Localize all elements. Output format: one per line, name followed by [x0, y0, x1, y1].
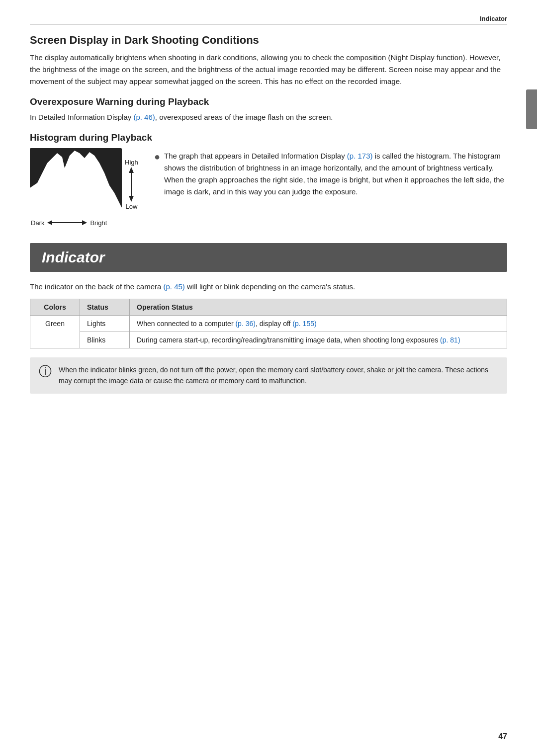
- indicator-header-title: Indicator: [42, 249, 105, 265]
- dark-label: Dark: [31, 219, 44, 227]
- indicator-header-bar: Indicator: [30, 243, 507, 272]
- histogram-link[interactable]: (p. 173): [347, 152, 373, 160]
- histogram-section: High Low Dark: [30, 148, 507, 227]
- indicator-table-body: Green Lights When connected to a compute…: [30, 316, 507, 348]
- cell-status-lights: Lights: [80, 316, 130, 332]
- histogram-left: High Low Dark: [30, 148, 139, 227]
- col-header-operation: Operation Status: [130, 299, 507, 316]
- overexposure-body-text2: , overexposed areas of the image flash o…: [155, 113, 333, 121]
- indicator-table: Colors Status Operation Status Green Lig…: [30, 299, 507, 348]
- indicator-body-link1[interactable]: (p. 45): [163, 282, 184, 291]
- bright-label: Bright: [90, 219, 107, 227]
- cell-op-lights-link2[interactable]: (p. 155): [292, 320, 316, 328]
- indicator-body-text2: will light or blink depending on the cam…: [185, 282, 355, 291]
- indicator-body: The indicator on the back of the camera …: [30, 281, 507, 293]
- indicator-table-header-row: Colors Status Operation Status: [30, 299, 507, 316]
- overexposure-body-text1: In Detailed Information Display: [30, 113, 133, 121]
- indicator-body-text1: The indicator on the back of the camera: [30, 282, 163, 291]
- svg-marker-6: [47, 220, 52, 225]
- cell-op-blinks-link1[interactable]: (p. 81): [440, 336, 460, 344]
- histogram-bullet: ● The graph that appears in Detailed Inf…: [154, 150, 507, 198]
- section-overexposure-title: Overexposure Warning during Playback: [30, 96, 507, 107]
- cell-color-green: Green: [30, 316, 80, 348]
- cell-status-blinks: Blinks: [80, 332, 130, 348]
- svg-marker-7: [82, 220, 87, 225]
- section-histogram-title: Histogram during Playback: [30, 132, 507, 143]
- section-overexposure-body: In Detailed Information Display (p. 46),…: [30, 111, 507, 123]
- cell-op-lights: When connected to a computer (p. 36), di…: [130, 316, 507, 332]
- dark-bright-row: Dark Bright: [30, 218, 107, 227]
- page-header-title: Indicator: [480, 15, 507, 22]
- note-box: ⓘ When the indicator blinks green, do no…: [30, 357, 507, 394]
- cell-op-blinks: During camera start-up, recording/readin…: [130, 332, 507, 348]
- col-header-status: Status: [80, 299, 130, 316]
- horizontal-double-arrow: [47, 218, 87, 227]
- svg-marker-4: [129, 196, 134, 202]
- note-text: When the indicator blinks green, do not …: [59, 364, 498, 387]
- low-label: Low: [125, 203, 137, 210]
- section-dark-shooting: Screen Display in Dark Shooting Conditio…: [30, 34, 507, 87]
- table-row-green-blinks: Blinks During camera start-up, recording…: [30, 332, 507, 348]
- cell-op-lights-text2: , display off: [256, 320, 292, 328]
- histogram-right: ● The graph that appears in Detailed Inf…: [154, 148, 507, 198]
- histogram-diagram: High Low: [30, 148, 138, 214]
- vertical-double-arrow: [126, 167, 137, 202]
- section-dark-shooting-body: The display automatically brightens when…: [30, 52, 507, 87]
- side-tab: [526, 89, 537, 129]
- section-overexposure: Overexposure Warning during Playback In …: [30, 96, 507, 123]
- histogram-arrows: High Low: [125, 155, 138, 214]
- histogram-svg: [30, 148, 122, 213]
- page-number: 47: [498, 732, 507, 741]
- cell-op-blinks-text1: During camera start-up, recording/readin…: [137, 336, 440, 344]
- col-header-colors: Colors: [30, 299, 80, 316]
- section-dark-shooting-title: Screen Display in Dark Shooting Conditio…: [30, 34, 507, 47]
- table-row-green-lights: Green Lights When connected to a compute…: [30, 316, 507, 332]
- page: Indicator Screen Display in Dark Shootin…: [0, 0, 537, 756]
- indicator-table-head: Colors Status Operation Status: [30, 299, 507, 316]
- high-label: High: [125, 159, 138, 166]
- note-icon: ⓘ: [39, 365, 53, 378]
- overexposure-link1[interactable]: (p. 46): [133, 113, 155, 121]
- histogram-bullet-text1: The graph that appears in Detailed Infor…: [164, 152, 347, 160]
- section-histogram: Histogram during Playback: [30, 132, 507, 227]
- histogram-bullet-text: The graph that appears in Detailed Infor…: [164, 150, 507, 198]
- page-header: Indicator: [30, 15, 507, 25]
- bullet-dot: ●: [154, 151, 160, 163]
- histogram-svg-wrap: [30, 148, 122, 214]
- svg-marker-3: [129, 167, 134, 173]
- cell-op-lights-link1[interactable]: (p. 36): [235, 320, 255, 328]
- cell-op-lights-text1: When connected to a computer: [137, 320, 235, 328]
